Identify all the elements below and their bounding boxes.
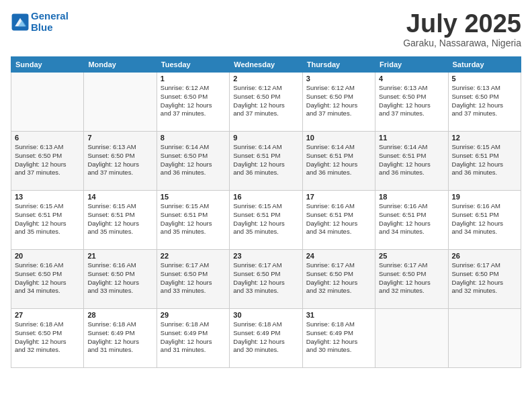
calendar-cell: 5Sunrise: 6:13 AMSunset: 6:50 PMDaylight… bbox=[448, 73, 521, 132]
day-number: 23 bbox=[233, 252, 298, 260]
col-tuesday: Tuesday bbox=[157, 57, 229, 73]
calendar-table: Sunday Monday Tuesday Wednesday Thursday… bbox=[11, 56, 521, 368]
day-info: Sunrise: 6:16 AMSunset: 6:50 PMDaylight:… bbox=[87, 261, 152, 295]
calendar-cell: 3Sunrise: 6:12 AMSunset: 6:50 PMDaylight… bbox=[302, 73, 375, 132]
day-info: Sunrise: 6:14 AMSunset: 6:51 PMDaylight:… bbox=[233, 143, 298, 177]
calendar-cell: 4Sunrise: 6:13 AMSunset: 6:50 PMDaylight… bbox=[375, 73, 448, 132]
day-info: Sunrise: 6:15 AMSunset: 6:51 PMDaylight:… bbox=[161, 202, 226, 236]
day-info: Sunrise: 6:15 AMSunset: 6:51 PMDaylight:… bbox=[452, 143, 517, 177]
day-info: Sunrise: 6:18 AMSunset: 6:49 PMDaylight:… bbox=[233, 320, 298, 355]
calendar-cell: 18Sunrise: 6:16 AMSunset: 6:51 PMDayligh… bbox=[375, 191, 448, 250]
calendar-cell: 27Sunrise: 6:18 AMSunset: 6:50 PMDayligh… bbox=[11, 309, 84, 368]
day-info: Sunrise: 6:15 AMSunset: 6:51 PMDaylight:… bbox=[87, 202, 152, 236]
calendar-cell: 13Sunrise: 6:15 AMSunset: 6:51 PMDayligh… bbox=[11, 191, 84, 250]
calendar-cell: 10Sunrise: 6:14 AMSunset: 6:51 PMDayligh… bbox=[302, 132, 375, 191]
day-info: Sunrise: 6:13 AMSunset: 6:50 PMDaylight:… bbox=[87, 143, 152, 177]
calendar-cell: 29Sunrise: 6:18 AMSunset: 6:49 PMDayligh… bbox=[157, 309, 229, 368]
calendar-cell: 8Sunrise: 6:14 AMSunset: 6:50 PMDaylight… bbox=[157, 132, 229, 191]
day-info: Sunrise: 6:15 AMSunset: 6:51 PMDaylight:… bbox=[233, 202, 298, 236]
day-number: 3 bbox=[306, 75, 371, 83]
day-number: 4 bbox=[379, 75, 444, 83]
col-thursday: Thursday bbox=[302, 57, 375, 73]
location-subtitle: Garaku, Nassarawa, Nigeria bbox=[403, 38, 521, 48]
day-number: 18 bbox=[379, 193, 444, 201]
day-number: 16 bbox=[233, 193, 298, 201]
calendar-cell bbox=[375, 309, 448, 368]
calendar-cell: 11Sunrise: 6:14 AMSunset: 6:51 PMDayligh… bbox=[375, 132, 448, 191]
day-number: 8 bbox=[161, 134, 226, 142]
logo: General Blue bbox=[11, 11, 69, 33]
col-friday: Friday bbox=[375, 57, 448, 73]
day-number: 27 bbox=[15, 311, 80, 319]
title-section: July 2025 Garaku, Nassarawa, Nigeria bbox=[403, 11, 521, 48]
calendar-cell: 6Sunrise: 6:13 AMSunset: 6:50 PMDaylight… bbox=[11, 132, 84, 191]
calendar-cell: 31Sunrise: 6:18 AMSunset: 6:49 PMDayligh… bbox=[302, 309, 375, 368]
day-number: 2 bbox=[233, 75, 298, 83]
day-info: Sunrise: 6:13 AMSunset: 6:50 PMDaylight:… bbox=[452, 84, 517, 118]
day-number: 21 bbox=[87, 252, 152, 260]
day-number: 17 bbox=[306, 193, 371, 201]
day-info: Sunrise: 6:12 AMSunset: 6:50 PMDaylight:… bbox=[306, 84, 371, 118]
col-monday: Monday bbox=[84, 57, 157, 73]
calendar-week-row: 20Sunrise: 6:16 AMSunset: 6:50 PMDayligh… bbox=[11, 250, 521, 309]
day-number: 5 bbox=[452, 75, 517, 83]
day-number: 13 bbox=[15, 193, 80, 201]
calendar-cell bbox=[84, 73, 157, 132]
calendar-cell: 19Sunrise: 6:16 AMSunset: 6:51 PMDayligh… bbox=[448, 191, 521, 250]
day-number: 7 bbox=[87, 134, 152, 142]
col-sunday: Sunday bbox=[11, 57, 84, 73]
calendar-week-row: 6Sunrise: 6:13 AMSunset: 6:50 PMDaylight… bbox=[11, 132, 521, 191]
day-info: Sunrise: 6:18 AMSunset: 6:50 PMDaylight:… bbox=[15, 320, 80, 355]
calendar-cell: 1Sunrise: 6:12 AMSunset: 6:50 PMDaylight… bbox=[157, 73, 229, 132]
col-wednesday: Wednesday bbox=[230, 57, 302, 73]
calendar-cell bbox=[11, 73, 84, 132]
day-info: Sunrise: 6:15 AMSunset: 6:51 PMDaylight:… bbox=[15, 202, 80, 236]
day-info: Sunrise: 6:16 AMSunset: 6:51 PMDaylight:… bbox=[452, 202, 517, 236]
calendar-cell: 12Sunrise: 6:15 AMSunset: 6:51 PMDayligh… bbox=[448, 132, 521, 191]
day-info: Sunrise: 6:18 AMSunset: 6:49 PMDaylight:… bbox=[87, 320, 152, 355]
calendar-cell: 15Sunrise: 6:15 AMSunset: 6:51 PMDayligh… bbox=[157, 191, 229, 250]
calendar-cell: 9Sunrise: 6:14 AMSunset: 6:51 PMDaylight… bbox=[230, 132, 302, 191]
day-info: Sunrise: 6:14 AMSunset: 6:51 PMDaylight:… bbox=[306, 143, 371, 177]
day-info: Sunrise: 6:17 AMSunset: 6:50 PMDaylight:… bbox=[452, 261, 517, 295]
calendar-cell: 17Sunrise: 6:16 AMSunset: 6:51 PMDayligh… bbox=[302, 191, 375, 250]
day-number: 10 bbox=[306, 134, 371, 142]
day-info: Sunrise: 6:18 AMSunset: 6:49 PMDaylight:… bbox=[161, 320, 226, 355]
day-info: Sunrise: 6:18 AMSunset: 6:49 PMDaylight:… bbox=[306, 320, 371, 355]
day-info: Sunrise: 6:12 AMSunset: 6:50 PMDaylight:… bbox=[233, 84, 298, 118]
day-info: Sunrise: 6:16 AMSunset: 6:50 PMDaylight:… bbox=[15, 261, 80, 295]
calendar-cell: 22Sunrise: 6:17 AMSunset: 6:50 PMDayligh… bbox=[157, 250, 229, 309]
day-number: 22 bbox=[161, 252, 226, 260]
calendar-cell bbox=[448, 309, 521, 368]
calendar-cell: 7Sunrise: 6:13 AMSunset: 6:50 PMDaylight… bbox=[84, 132, 157, 191]
day-number: 31 bbox=[306, 311, 371, 319]
calendar-week-row: 13Sunrise: 6:15 AMSunset: 6:51 PMDayligh… bbox=[11, 191, 521, 250]
day-number: 28 bbox=[87, 311, 152, 319]
day-info: Sunrise: 6:17 AMSunset: 6:50 PMDaylight:… bbox=[379, 261, 444, 295]
day-number: 30 bbox=[233, 311, 298, 319]
day-info: Sunrise: 6:13 AMSunset: 6:50 PMDaylight:… bbox=[379, 84, 444, 118]
day-info: Sunrise: 6:14 AMSunset: 6:51 PMDaylight:… bbox=[379, 143, 444, 177]
day-info: Sunrise: 6:16 AMSunset: 6:51 PMDaylight:… bbox=[306, 202, 371, 236]
day-info: Sunrise: 6:16 AMSunset: 6:51 PMDaylight:… bbox=[379, 202, 444, 236]
calendar-cell: 2Sunrise: 6:12 AMSunset: 6:50 PMDaylight… bbox=[230, 73, 302, 132]
calendar-cell: 26Sunrise: 6:17 AMSunset: 6:50 PMDayligh… bbox=[448, 250, 521, 309]
day-number: 1 bbox=[161, 75, 226, 83]
logo-general: General bbox=[31, 10, 69, 21]
calendar-cell: 21Sunrise: 6:16 AMSunset: 6:50 PMDayligh… bbox=[84, 250, 157, 309]
calendar-header-row: Sunday Monday Tuesday Wednesday Thursday… bbox=[11, 57, 521, 73]
day-number: 14 bbox=[87, 193, 152, 201]
day-number: 26 bbox=[452, 252, 517, 260]
calendar-cell: 14Sunrise: 6:15 AMSunset: 6:51 PMDayligh… bbox=[84, 191, 157, 250]
calendar-cell: 28Sunrise: 6:18 AMSunset: 6:49 PMDayligh… bbox=[84, 309, 157, 368]
day-number: 25 bbox=[379, 252, 444, 260]
day-number: 11 bbox=[379, 134, 444, 142]
calendar-week-row: 27Sunrise: 6:18 AMSunset: 6:50 PMDayligh… bbox=[11, 309, 521, 368]
day-info: Sunrise: 6:17 AMSunset: 6:50 PMDaylight:… bbox=[306, 261, 371, 295]
calendar-cell: 16Sunrise: 6:15 AMSunset: 6:51 PMDayligh… bbox=[230, 191, 302, 250]
day-number: 12 bbox=[452, 134, 517, 142]
calendar-cell: 23Sunrise: 6:17 AMSunset: 6:50 PMDayligh… bbox=[230, 250, 302, 309]
day-info: Sunrise: 6:13 AMSunset: 6:50 PMDaylight:… bbox=[15, 143, 80, 177]
day-number: 9 bbox=[233, 134, 298, 142]
day-info: Sunrise: 6:17 AMSunset: 6:50 PMDaylight:… bbox=[233, 261, 298, 295]
